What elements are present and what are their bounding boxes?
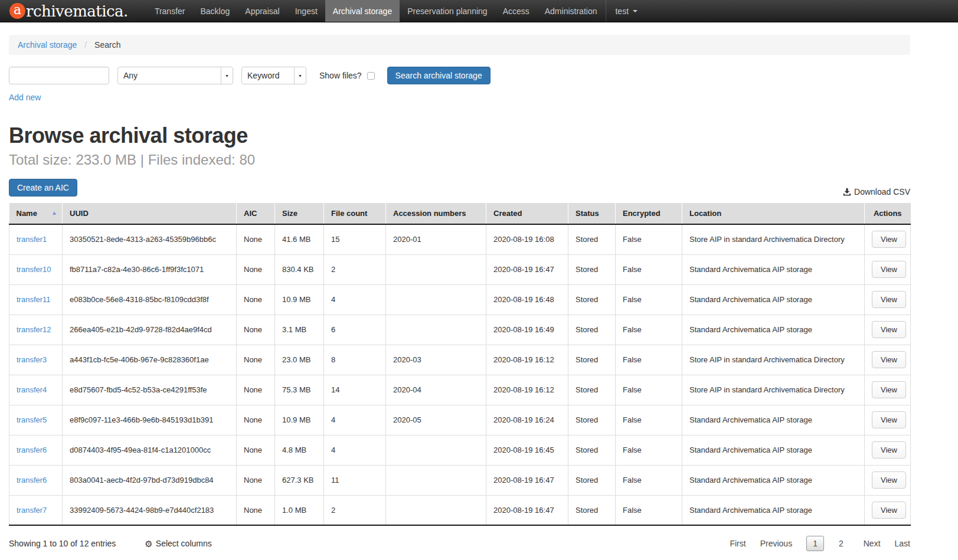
transfer-name-link[interactable]: transfer12 — [17, 325, 51, 334]
encrypted-cell: False — [616, 375, 682, 405]
actions-cell: View — [865, 375, 911, 405]
file-count-cell: 8 — [324, 345, 386, 375]
nav-item-archival-storage[interactable]: Archival storage — [325, 0, 400, 22]
gear-icon: ⚙ — [145, 539, 152, 548]
select-columns-button[interactable]: ⚙ Select columns — [145, 539, 211, 548]
uuid-cell: 266ea405-e21b-42d9-9728-f82d4ae9f4cd — [63, 315, 237, 345]
transfer-name-link[interactable]: transfer5 — [17, 415, 47, 424]
accession-numbers-cell — [386, 435, 486, 465]
table-row: transfer11e083b0ce-56e8-4318-85bc-f8109c… — [9, 284, 911, 315]
actions-cell: View — [865, 345, 911, 375]
pagination-page-2[interactable]: 2 — [833, 536, 849, 551]
location-cell: Store AIP in standard Archivematica Dire… — [682, 375, 865, 405]
encrypted-cell: False — [616, 284, 682, 315]
nav-item-access[interactable]: Access — [495, 0, 537, 22]
actions-cell: View — [865, 405, 911, 435]
column-header-location[interactable]: Location — [682, 203, 865, 224]
view-button[interactable]: View — [872, 291, 906, 308]
size-cell: 3.1 MB — [275, 315, 324, 345]
location-cell: Standard Archivematica AIP storage — [682, 254, 865, 284]
column-header-name[interactable]: Name▲ — [9, 203, 63, 224]
show-files-checkbox[interactable] — [367, 72, 375, 80]
created-cell: 2020-08-19 16:47 — [486, 254, 568, 284]
column-header-actions[interactable]: Actions — [865, 203, 911, 224]
pagination-next[interactable]: Next — [864, 539, 881, 548]
breadcrumb-link-archival-storage[interactable]: Archival storage — [18, 40, 77, 50]
actions-cell: View — [865, 465, 911, 495]
accession-numbers-cell — [386, 254, 486, 284]
pagination-previous[interactable]: Previous — [760, 539, 792, 548]
encrypted-cell: False — [616, 405, 682, 435]
transfer-name-link[interactable]: transfer6 — [17, 446, 47, 454]
column-header-accession-numbers[interactable]: Accession numbers — [386, 203, 486, 224]
showing-entries-text: Showing 1 to 10 of 12 entries — [9, 539, 116, 548]
encrypted-cell: False — [616, 495, 682, 525]
file-count-cell: 4 — [324, 284, 386, 315]
status-cell: Stored — [568, 254, 616, 284]
column-header-status[interactable]: Status — [568, 203, 616, 224]
name-cell: transfer5 — [9, 405, 63, 435]
search-query-input[interactable] — [9, 67, 109, 84]
transfer-name-link[interactable]: transfer1 — [17, 235, 47, 244]
aic-cell: None — [237, 224, 275, 254]
view-button[interactable]: View — [872, 321, 906, 338]
search-submit-button[interactable]: Search archival storage — [387, 67, 491, 84]
transfer-name-link[interactable]: transfer3 — [17, 355, 47, 364]
pagination-page-1[interactable]: 1 — [806, 536, 824, 551]
view-button[interactable]: View — [872, 411, 906, 428]
location-cell: Standard Archivematica AIP storage — [682, 495, 865, 525]
uuid-cell: 803a0041-aecb-4f2d-97bd-d73d919dbc84 — [63, 465, 237, 495]
archival-storage-table: Name▲UUIDAICSizeFile countAccession numb… — [9, 203, 911, 526]
view-button[interactable]: View — [872, 441, 906, 459]
nav-item-ingest[interactable]: Ingest — [287, 0, 325, 22]
aic-cell: None — [237, 375, 275, 405]
view-button[interactable]: View — [872, 261, 906, 278]
transfer-name-link[interactable]: transfer11 — [17, 295, 51, 304]
search-field-select[interactable]: Any ▼ — [117, 67, 233, 84]
status-cell: Stored — [568, 435, 616, 465]
column-header-encrypted[interactable]: Encrypted — [616, 203, 682, 224]
select-columns-label: Select columns — [156, 539, 212, 548]
aic-cell: None — [237, 315, 275, 345]
column-header-file-count[interactable]: File count — [324, 203, 386, 224]
pagination: First Previous 12 Next Last — [730, 536, 910, 551]
view-button[interactable]: View — [872, 381, 906, 398]
user-menu[interactable]: test — [606, 0, 646, 22]
create-aic-button[interactable]: Create an AIC — [9, 179, 77, 197]
sort-asc-icon: ▲ — [51, 209, 57, 216]
aic-cell: None — [237, 435, 275, 465]
column-header-created[interactable]: Created — [486, 203, 568, 224]
view-button[interactable]: View — [872, 351, 906, 368]
aic-cell: None — [237, 284, 275, 315]
transfer-name-link[interactable]: transfer10 — [17, 265, 51, 274]
encrypted-cell: False — [616, 345, 682, 375]
transfer-name-link[interactable]: transfer4 — [17, 385, 47, 394]
size-cell: 4.8 MB — [275, 435, 324, 465]
created-cell: 2020-08-19 16:49 — [486, 315, 568, 345]
accession-numbers-cell: 2020-03 — [386, 345, 486, 375]
nav-item-preservation-planning[interactable]: Preservation planning — [400, 0, 495, 22]
table-row: transfer733992409-5673-4424-98b9-e7d440c… — [9, 495, 911, 525]
column-header-uuid[interactable]: UUID — [63, 203, 237, 224]
logo-icon: a — [9, 3, 25, 19]
nav-item-administration[interactable]: Administration — [537, 0, 605, 22]
download-csv-link[interactable]: Download CSV — [843, 187, 910, 197]
transfer-name-link[interactable]: transfer7 — [17, 506, 47, 515]
view-button[interactable]: View — [872, 231, 906, 248]
breadcrumb-current: Search — [94, 40, 120, 50]
view-button[interactable]: View — [872, 502, 906, 519]
accession-numbers-cell — [386, 284, 486, 315]
pagination-last[interactable]: Last — [895, 539, 910, 548]
view-button[interactable]: View — [872, 471, 906, 489]
transfer-name-link[interactable]: transfer6 — [17, 476, 47, 484]
name-cell: transfer6 — [9, 435, 63, 465]
nav-item-transfer[interactable]: Transfer — [147, 0, 193, 22]
pagination-first[interactable]: First — [730, 539, 746, 548]
add-new-link[interactable]: Add new — [9, 93, 41, 102]
nav-item-backlog[interactable]: Backlog — [192, 0, 237, 22]
column-header-aic[interactable]: AIC — [237, 203, 275, 224]
search-type-select[interactable]: Keyword ▼ — [241, 67, 306, 84]
nav-item-appraisal[interactable]: Appraisal — [237, 0, 287, 22]
app-logo[interactable]: a rchivematica. — [9, 0, 128, 22]
column-header-size[interactable]: Size — [275, 203, 324, 224]
